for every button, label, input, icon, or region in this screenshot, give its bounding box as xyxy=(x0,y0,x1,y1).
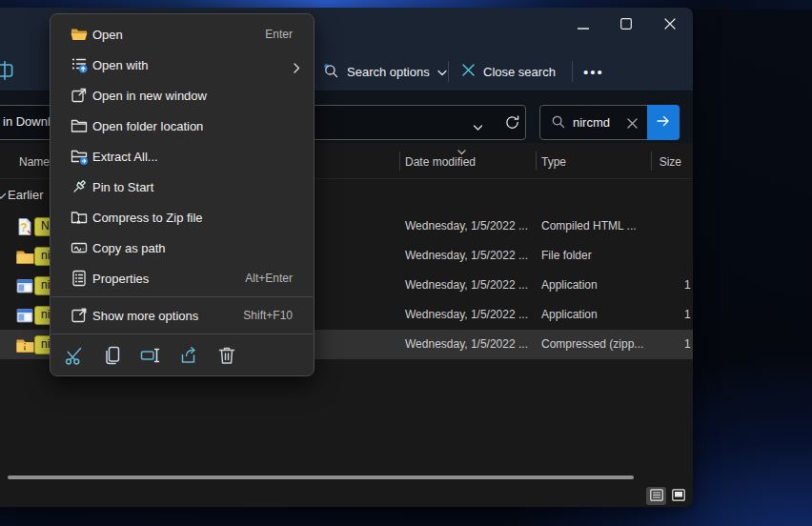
maximize-icon xyxy=(620,16,632,33)
file-date: Wednesday, 1/5/2022 ... xyxy=(405,337,528,351)
horizontal-scrollbar[interactable] xyxy=(8,475,634,479)
zip-folder-icon xyxy=(15,335,34,354)
thumbnail-view-button[interactable] xyxy=(668,487,688,505)
context-menu: Open Enter Open with Open in new window … xyxy=(50,13,315,376)
cut-icon[interactable] xyxy=(63,344,86,367)
copy-icon[interactable] xyxy=(101,344,124,367)
file-date: Wednesday, 1/5/2022 ... xyxy=(405,219,528,233)
minimize-icon xyxy=(578,16,589,33)
toolbar-separator xyxy=(572,61,573,82)
search-input[interactable]: nircmd xyxy=(539,105,680,140)
extract-all-icon xyxy=(70,147,89,166)
status-bar xyxy=(0,481,693,507)
folder-location-icon xyxy=(70,116,89,135)
close-search-button[interactable]: Close search xyxy=(461,52,556,91)
open-folder-icon xyxy=(70,25,89,44)
search-go-button[interactable] xyxy=(647,105,680,140)
chm-file-icon: ? xyxy=(15,217,34,236)
file-type: Compressed (zipp... xyxy=(541,337,643,351)
clear-search-icon[interactable] xyxy=(626,116,639,133)
search-value: nircmd xyxy=(573,115,610,130)
file-type: Application xyxy=(541,308,598,321)
menu-item-copy-as-path[interactable]: Copy as path xyxy=(51,233,314,263)
column-header-size[interactable]: Size xyxy=(651,155,681,169)
column-header-name[interactable]: Name xyxy=(19,155,50,169)
application-icon xyxy=(15,276,34,295)
toolbar-partial-button[interactable] xyxy=(0,52,17,91)
delete-icon[interactable] xyxy=(215,344,238,367)
details-view-icon xyxy=(650,488,663,505)
menu-separator xyxy=(51,296,313,297)
arrow-right-icon xyxy=(656,114,671,132)
column-header-date[interactable]: Date modified xyxy=(405,155,476,169)
address-dropdown-chevron-icon[interactable] xyxy=(473,118,483,135)
close-search-label: Close search xyxy=(483,65,556,79)
refresh-icon[interactable] xyxy=(504,114,520,134)
properties-icon xyxy=(70,269,89,288)
maximize-button[interactable] xyxy=(611,10,641,39)
folder-icon xyxy=(15,247,34,266)
search-options-button[interactable]: Search options xyxy=(322,52,447,91)
rename-partial-icon xyxy=(0,58,17,86)
chevron-down-icon xyxy=(437,65,447,79)
file-date: Wednesday, 1/5/2022 ... xyxy=(405,308,528,321)
new-window-icon xyxy=(70,86,89,105)
search-options-label: Search options xyxy=(347,65,430,79)
file-date: Wednesday, 1/5/2022 ... xyxy=(405,249,528,262)
file-type: File folder xyxy=(541,249,592,262)
show-more-options-icon xyxy=(70,306,89,325)
menu-item-open-with[interactable]: Open with xyxy=(51,50,314,80)
compress-zip-icon xyxy=(70,208,89,227)
close-search-x-icon xyxy=(461,63,476,80)
menu-item-properties[interactable]: Properties Alt+Enter xyxy=(51,263,314,293)
file-size: 1 xyxy=(684,308,693,321)
menu-item-show-more-options[interactable]: Show more options Shift+F10 xyxy=(51,300,314,331)
submenu-chevron-icon xyxy=(294,60,300,77)
copy-as-path-icon xyxy=(70,238,89,257)
menu-item-compress-to-zip[interactable]: Compress to Zip file xyxy=(51,202,314,233)
menu-item-pin-to-start[interactable]: Pin to Start xyxy=(51,172,314,202)
group-label: Earlier xyxy=(8,188,44,202)
menu-item-open[interactable]: Open Enter xyxy=(51,19,314,50)
file-type: Application xyxy=(541,278,598,292)
details-view-button[interactable] xyxy=(646,487,666,505)
search-options-icon xyxy=(322,62,339,82)
file-size: 1 xyxy=(684,337,693,351)
file-type: Compiled HTML ... xyxy=(541,219,637,233)
see-more-button[interactable]: ••• xyxy=(583,52,604,91)
menu-separator xyxy=(51,334,313,334)
quick-action-row xyxy=(51,337,314,374)
search-magnifier-icon xyxy=(551,114,566,133)
toolbar-separator xyxy=(448,61,449,82)
column-separator[interactable] xyxy=(399,152,400,171)
close-button[interactable] xyxy=(655,10,685,39)
svg-text:?: ? xyxy=(20,221,27,234)
group-collapse-chevron-icon[interactable] xyxy=(0,189,7,203)
thumbnail-view-icon xyxy=(672,488,685,505)
rename-icon[interactable] xyxy=(139,344,162,367)
file-date: Wednesday, 1/5/2022 ... xyxy=(405,278,528,292)
open-with-icon xyxy=(70,55,89,74)
pin-icon xyxy=(70,177,89,196)
minimize-button[interactable] xyxy=(568,10,599,39)
column-header-type[interactable]: Type xyxy=(541,155,566,169)
menu-item-extract-all[interactable]: Extract All... xyxy=(51,141,314,172)
menu-item-open-in-new-window[interactable]: Open in new window xyxy=(51,80,314,111)
group-header[interactable]: Earlier xyxy=(0,183,44,206)
column-separator[interactable] xyxy=(536,152,537,171)
file-size: 1 xyxy=(684,278,693,292)
close-icon xyxy=(664,16,676,33)
menu-item-open-folder-location[interactable]: Open folder location xyxy=(51,111,314,141)
application-icon xyxy=(15,306,34,325)
share-icon[interactable] xyxy=(177,344,200,367)
ellipsis-icon: ••• xyxy=(583,64,604,80)
